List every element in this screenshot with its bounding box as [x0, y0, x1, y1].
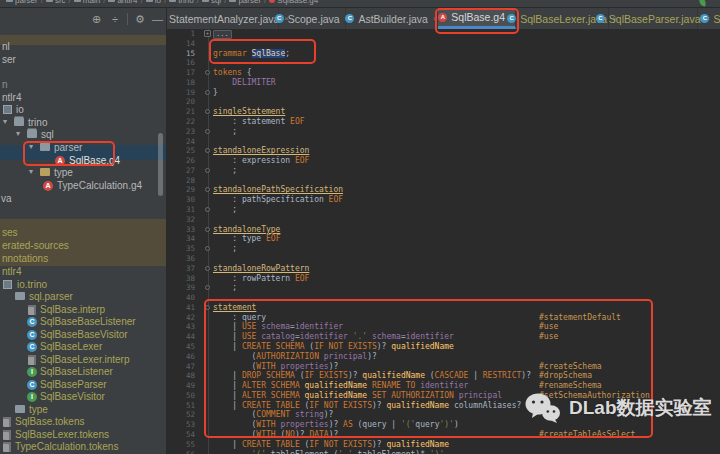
- fold-collapse-icon[interactable]: [205, 285, 210, 290]
- code-line[interactable]: 21singleStatement: [167, 107, 720, 117]
- tree-item-sqlbase-g4[interactable]: ASqlBase.g4: [0, 155, 166, 167]
- tree-item-typecalculation-tokens[interactable]: TypeCalculation.tokens: [0, 441, 166, 453]
- tab-astbuilder-java[interactable]: CAstBuilder.java×: [346, 8, 438, 29]
- code-line[interactable]: 25standaloneExpression: [167, 146, 720, 156]
- code-line[interactable]: 32: [167, 215, 720, 225]
- fold-collapse-icon[interactable]: [205, 266, 210, 271]
- code-line[interactable]: 46 (AUTHORIZATION principal)?: [167, 352, 720, 362]
- tree-item-nnotations[interactable]: nnotations: [0, 253, 166, 265]
- tree-item-trino[interactable]: ▾trino: [0, 117, 166, 129]
- tree-item-nl[interactable]: nl: [0, 41, 166, 53]
- tree-item-sqlbasebasevisitor[interactable]: CSqlBaseBaseVisitor: [0, 329, 166, 341]
- tree-item-io[interactable]: io: [0, 104, 166, 116]
- locate-icon[interactable]: ⊕: [92, 11, 101, 27]
- gear-icon[interactable]: ⚙: [135, 11, 145, 27]
- code-line[interactable]: 1+...: [167, 29, 720, 39]
- code-line[interactable]: 39 ;: [167, 283, 720, 293]
- code-line[interactable]: 26 : expression EOF: [167, 156, 720, 166]
- breadcrumb-item[interactable]: trino: [178, 0, 194, 5]
- code-line[interactable]: 30 : pathSpecification EOF: [167, 195, 720, 205]
- code-line[interactable]: 35 ;: [167, 244, 720, 254]
- code-line[interactable]: 24: [167, 137, 720, 147]
- tree-item-sqlbasevisitor[interactable]: ISqlBaseVisitor: [0, 391, 166, 403]
- tree-item-n[interactable]: n: [0, 79, 166, 91]
- tree-item-sqlbaselexer[interactable]: CSqlBaseLexer: [0, 341, 166, 353]
- tree-item-ntlr4[interactable]: ntlr4: [0, 92, 166, 104]
- breadcrumb-item[interactable]: SqlBase.g4: [277, 0, 318, 5]
- tree-item-sqlbase-tokens[interactable]: SqlBase.tokens: [0, 416, 166, 428]
- code-line[interactable]: 18 DELIMITER: [167, 78, 720, 88]
- tab-sqlbase-g4[interactable]: ASqlBase.g4×: [438, 8, 516, 29]
- collapse-all-icon[interactable]: ÷: [112, 11, 118, 27]
- breadcrumb-item[interactable]: io: [155, 0, 161, 5]
- code-line[interactable]: 44 | USE catalog=identifier '.' schema=i…: [167, 332, 720, 342]
- fold-collapse-icon[interactable]: [205, 109, 210, 114]
- fold-collapse-icon[interactable]: [205, 148, 210, 153]
- tree-item-ser[interactable]: ser: [0, 54, 166, 66]
- tree-item-ntlr4[interactable]: ntlr4: [0, 266, 166, 278]
- close-tab-icon[interactable]: ×: [433, 14, 438, 23]
- code-editor[interactable]: 1+...1415grammar SqlBase;1617tokens {18 …: [167, 29, 720, 454]
- expand-arrow-icon[interactable]: ▾: [3, 116, 7, 128]
- code-line[interactable]: 47 (WITH properties)?#createSchema: [167, 362, 720, 372]
- tree-item-sqlbasebaselistener[interactable]: CSqlBaseBaseListener: [0, 316, 166, 328]
- fold-collapse-icon[interactable]: [205, 70, 210, 75]
- breadcrumb-item[interactable]: src: [55, 0, 66, 5]
- code-line[interactable]: 20: [167, 97, 720, 107]
- fold-collapse-icon[interactable]: [205, 227, 210, 232]
- tab-s[interactable]: CS: [698, 8, 720, 29]
- fold-collapse-icon[interactable]: [205, 90, 210, 95]
- breadcrumb-item[interactable]: parser: [15, 0, 38, 5]
- tree-item-sql[interactable]: ▾sql: [0, 129, 166, 141]
- code-line[interactable]: 22 : statement EOF: [167, 117, 720, 127]
- code-line[interactable]: 48 | DROP SCHEMA (IF EXISTS)? qualifiedN…: [167, 371, 720, 381]
- fold-expand-icon[interactable]: +: [204, 30, 211, 37]
- fold-collapse-icon[interactable]: [205, 168, 210, 173]
- breadcrumb[interactable]: parser/src/main/antlr4/io/trino/sql/pars…: [0, 0, 720, 8]
- code-line[interactable]: 19}: [167, 88, 720, 98]
- fold-collapse-icon[interactable]: [205, 305, 210, 310]
- tree-item-sqlbaselexer-interp[interactable]: SqlBaseLexer.interp: [0, 354, 166, 366]
- sidebar-scrollbar[interactable]: [158, 133, 163, 196]
- tree-item-ses[interactable]: ses: [0, 227, 166, 239]
- code-line[interactable]: 42 : query#statementDefault: [167, 313, 720, 323]
- tree-item-sql-parser[interactable]: sql.parser: [0, 291, 166, 303]
- code-line[interactable]: 15grammar SqlBase;: [167, 49, 720, 59]
- tree-item-typecalculation-g4[interactable]: ATypeCalculation.g4: [0, 180, 166, 192]
- code-line[interactable]: 17tokens {: [167, 68, 720, 78]
- tree-item-va[interactable]: va: [0, 193, 166, 205]
- tree-item-io-trino[interactable]: io.trino: [0, 279, 166, 291]
- fold-collapse-icon[interactable]: [205, 207, 210, 212]
- code-line[interactable]: 23 ;: [167, 127, 720, 137]
- code-line[interactable]: 54 (WITH (NO)? DATA)?#createTableAsSelec…: [167, 430, 720, 440]
- breadcrumb-item[interactable]: antlr4: [117, 0, 137, 5]
- code-line[interactable]: 27 ;: [167, 166, 720, 176]
- code-line[interactable]: 28: [167, 176, 720, 186]
- breadcrumb-item[interactable]: main: [83, 0, 100, 5]
- code-line[interactable]: 49 | ALTER SCHEMA qualifiedName RENAME T…: [167, 381, 720, 391]
- breadcrumb-item[interactable]: sql: [211, 0, 221, 5]
- expand-arrow-icon[interactable]: ▾: [16, 128, 20, 140]
- code-line[interactable]: 43 | USE schema=identifier#use: [167, 322, 720, 332]
- code-line[interactable]: 55 | CREATE TABLE (IF NOT EXISTS)? quali…: [167, 440, 720, 450]
- tree-item-type[interactable]: type: [0, 404, 166, 416]
- tab-scope-java[interactable]: CScope.java×: [279, 8, 346, 29]
- hide-panel-icon[interactable]: —: [152, 11, 163, 27]
- tree-item-erated-sources[interactable]: erated-sources: [0, 240, 166, 252]
- code-line[interactable]: 40: [167, 293, 720, 303]
- code-line[interactable]: 14: [167, 39, 720, 49]
- tree-item-type[interactable]: ▾type: [0, 167, 166, 179]
- tab-statementanalyzer-java[interactable]: CStatementAnalyzer.java×: [167, 8, 279, 29]
- fold-collapse-icon[interactable]: [205, 187, 210, 192]
- code-line[interactable]: 36: [167, 254, 720, 264]
- fold-collapse-icon[interactable]: [205, 246, 210, 251]
- code-line[interactable]: 38 : rowPattern EOF: [167, 274, 720, 284]
- tree-item-sqlbaselistener[interactable]: ISqlBaseListener: [0, 366, 166, 378]
- breadcrumb-item[interactable]: parser: [238, 0, 261, 5]
- code-line[interactable]: 37standaloneRowPattern: [167, 264, 720, 274]
- expand-arrow-icon[interactable]: ▾: [29, 141, 33, 153]
- fold-collapse-icon[interactable]: [205, 129, 210, 134]
- code-line[interactable]: 29standalonePathSpecification: [167, 185, 720, 195]
- code-line[interactable]: 45 | CREATE SCHEMA (IF NOT EXISTS)? qual…: [167, 342, 720, 352]
- code-line[interactable]: 31 ;: [167, 205, 720, 215]
